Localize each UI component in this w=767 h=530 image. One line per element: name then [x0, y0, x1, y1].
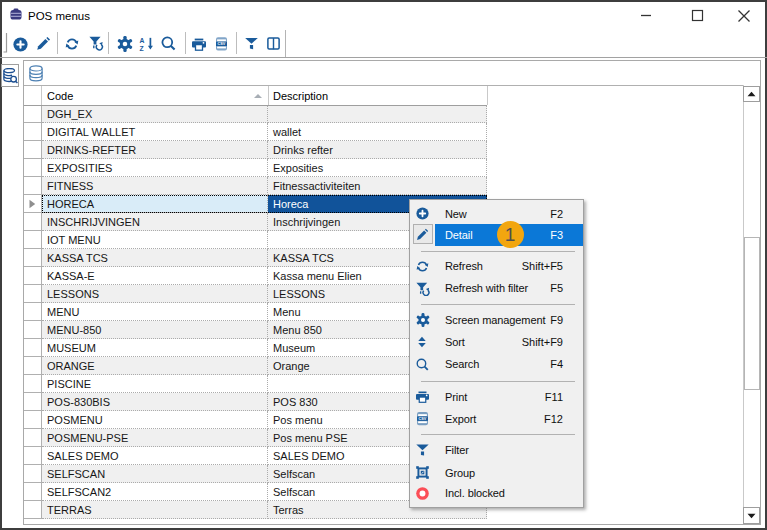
svg-text:Z: Z [139, 45, 143, 51]
svg-text:A: A [139, 37, 144, 44]
svg-text:CSV: CSV [418, 417, 426, 421]
svg-text:CSV: CSV [218, 42, 226, 46]
